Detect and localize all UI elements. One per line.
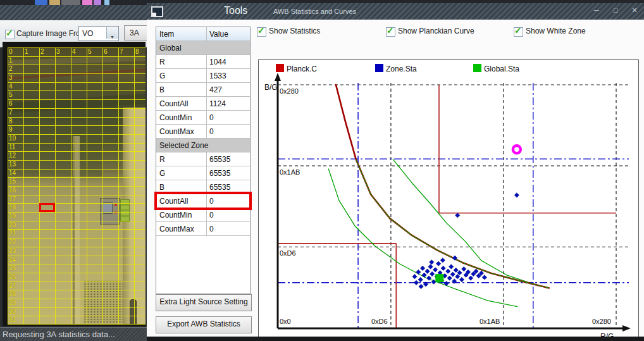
item-cell: R bbox=[159, 58, 165, 66]
show-planckian-curve-checkbox[interactable]: ✓ Show Planckian Curve bbox=[386, 26, 512, 36]
checkbox-box[interactable]: ✓ bbox=[257, 27, 266, 37]
table-row[interactable]: CountAll1124 bbox=[156, 97, 250, 111]
item-cell: G bbox=[159, 71, 165, 80]
checkbox-box[interactable]: ✓ bbox=[514, 27, 523, 37]
global-stat-point bbox=[435, 274, 443, 282]
table-row[interactable]: G1533 bbox=[156, 69, 250, 83]
planckian-curve bbox=[336, 85, 549, 288]
grid-row-label: 14 bbox=[9, 170, 16, 177]
value-cell: 65535 bbox=[209, 169, 230, 178]
column-divider bbox=[206, 55, 207, 69]
capture-window-titlebar[interactable] bbox=[0, 5, 148, 20]
checkmark-icon: ✓ bbox=[6, 28, 13, 38]
grid-row-label: 24 bbox=[9, 257, 16, 263]
grid-col-label: 8 bbox=[135, 49, 139, 55]
y-axis-name: B/G bbox=[264, 83, 278, 92]
dropdown-arrow-button[interactable]: ▼ bbox=[106, 27, 118, 39]
grid-row-label: 0 bbox=[9, 49, 13, 55]
item-cell: CountMin bbox=[159, 211, 192, 220]
grid-row-label: 2 bbox=[9, 66, 13, 72]
capture-image-canvas[interactable]: 0123456789101112131415161718192021222324… bbox=[3, 42, 146, 326]
grid-row-label: 3 bbox=[9, 75, 13, 81]
show-statistics-checkbox[interactable]: ✓ Show Statistics bbox=[257, 26, 371, 36]
chevron-down-icon: ▼ bbox=[110, 35, 115, 39]
blue-guide-lines bbox=[278, 83, 629, 328]
checkbox-label: Show White Zone bbox=[526, 27, 586, 35]
tools-window-titlebar[interactable]: Tools AWB Statistics and Curves ─ □ ✕ bbox=[147, 3, 644, 20]
grid-row-label: 23 bbox=[9, 248, 16, 254]
background-thumbnail bbox=[35, 0, 47, 5]
table-row[interactable]: CountMax0 bbox=[156, 222, 250, 236]
capture-source-value: VO bbox=[82, 29, 93, 38]
value-cell: Value bbox=[209, 30, 228, 39]
white-zone-boundary bbox=[278, 85, 616, 328]
white-zone-curves bbox=[328, 159, 535, 307]
item-cell: CountMax bbox=[159, 127, 194, 136]
maximize-button[interactable]: □ bbox=[609, 6, 622, 16]
table-row[interactable]: CountMin0 bbox=[156, 208, 250, 222]
grid-col-label: 7 bbox=[120, 49, 123, 55]
grid-row-label: 17 bbox=[9, 196, 16, 202]
value-cell: 0 bbox=[209, 197, 214, 206]
table-row[interactable]: R65535 bbox=[156, 152, 250, 166]
table-row[interactable]: G65535 bbox=[156, 166, 250, 180]
value-cell: 0 bbox=[209, 211, 214, 220]
grid-col-label: 1 bbox=[25, 49, 28, 55]
window-title: Tools bbox=[224, 5, 247, 16]
checkmark-icon: ✓ bbox=[514, 25, 522, 35]
table-section-row[interactable]: Selected Zone bbox=[156, 139, 250, 152]
tools-window-body: ItemValueGlobalR1044G1533B427CountAll112… bbox=[147, 20, 644, 337]
y-tick-0xD6: 0xD6 bbox=[280, 249, 296, 257]
background-thumbnail bbox=[82, 0, 92, 5]
selected-zone-cell[interactable] bbox=[39, 203, 55, 212]
value-cell: 0 bbox=[209, 225, 214, 233]
column-divider bbox=[206, 97, 207, 111]
background-strip bbox=[147, 337, 644, 341]
close-button[interactable]: ✕ bbox=[628, 6, 641, 16]
column-divider bbox=[206, 69, 207, 83]
item-cell: CountMin bbox=[159, 113, 192, 122]
background-thumbnail bbox=[61, 0, 80, 5]
table-header-row: ItemValue bbox=[156, 27, 250, 41]
tools-window-icon bbox=[151, 6, 163, 17]
x-tick-0x280: 0x280 bbox=[592, 318, 611, 325]
item-cell: CountAll bbox=[159, 99, 188, 108]
awb-stats-table[interactable]: ItemValueGlobalR1044G1533B427CountAll112… bbox=[156, 27, 251, 294]
grid-row-label: 18 bbox=[9, 204, 16, 211]
table-row[interactable]: CountMax0 bbox=[156, 125, 250, 139]
table-row[interactable]: R1044 bbox=[156, 55, 250, 69]
grid-row-label: 15 bbox=[9, 178, 16, 185]
table-row[interactable]: CountAll0 bbox=[156, 194, 250, 208]
background-thumbnail bbox=[49, 0, 60, 5]
show-white-zone-checkbox[interactable]: ✓ Show White Zone bbox=[514, 26, 628, 36]
item-cell: R bbox=[159, 155, 165, 164]
grid-col-label: 5 bbox=[88, 49, 92, 55]
zone-grid[interactable]: 0123456789101112131415161718192021222324… bbox=[8, 47, 146, 325]
checkbox-box[interactable]: ✓ bbox=[386, 27, 395, 37]
value-cell: 427 bbox=[209, 85, 222, 94]
item-cell: CountAll bbox=[159, 197, 188, 206]
table-row[interactable]: B427 bbox=[156, 83, 250, 97]
column-divider bbox=[206, 208, 207, 222]
column-divider bbox=[206, 125, 207, 139]
grid-row-label: 31 bbox=[9, 317, 16, 323]
grid-dashed-lines bbox=[278, 83, 629, 328]
status-bar: Requesting 3A statistics data... bbox=[0, 327, 148, 341]
grid-row-label: 25 bbox=[9, 265, 16, 271]
minimize-button[interactable]: ─ bbox=[590, 6, 604, 16]
value-cell: 65535 bbox=[209, 155, 230, 164]
grid-col-label: 3 bbox=[56, 49, 60, 55]
table-section-row[interactable]: Global bbox=[156, 41, 250, 55]
extra-light-source-button[interactable]: Extra Light Source Setting bbox=[156, 294, 252, 311]
zone-grid-labels: 0123456789101112131415161718192021222324… bbox=[8, 47, 146, 325]
table-row[interactable]: CountMin0 bbox=[156, 111, 250, 125]
item-cell: Item bbox=[159, 30, 174, 39]
item-cell: CountMax bbox=[159, 225, 194, 233]
capture-image-checkbox[interactable]: ✓ bbox=[5, 30, 15, 39]
awb-chart bbox=[259, 60, 638, 341]
capture-source-dropdown[interactable]: VO ▼ bbox=[78, 26, 119, 41]
item-cell: G bbox=[159, 169, 165, 178]
export-awb-statistics-button[interactable]: Export AWB Statistics bbox=[156, 316, 252, 333]
grid-row-label: 4 bbox=[9, 84, 13, 90]
item-cell: Selected Zone bbox=[159, 141, 208, 150]
